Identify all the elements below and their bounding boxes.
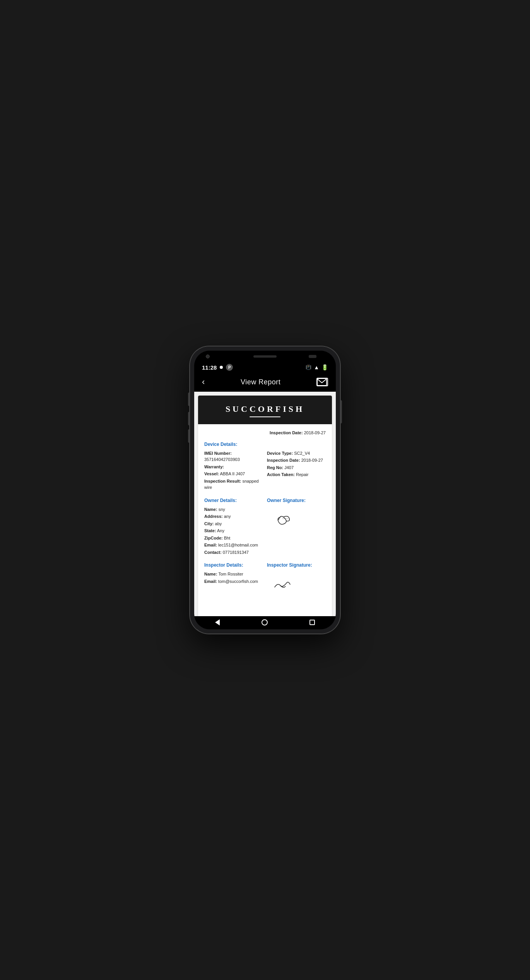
inspector-signature-area — [267, 571, 326, 598]
imei-row: IMEI Number: 357164042703903 — [204, 450, 263, 463]
inspector-section-row: Inspector Details: Name: Tom Rossiter Em… — [204, 562, 326, 598]
owner-section-row: Owner Details: Name: sny Address: any Ci… — [204, 497, 326, 557]
battery-icon: 🔋 — [321, 364, 328, 370]
inspector-signature — [267, 575, 298, 594]
inspection-date2-row: Inspection Date: 2018-09-27 — [267, 457, 326, 464]
device-details-title: Device Details: — [204, 441, 326, 448]
home-circle-icon — [262, 619, 268, 625]
inspector-details-block: Inspector Details: Name: Tom Rossiter Em… — [204, 562, 263, 598]
action-taken-row: Action Taken: Repair — [267, 471, 326, 478]
inspector-email-row: Email: tom@succorfish.com — [204, 578, 263, 585]
inspector-name-row: Name: Tom Rossiter — [204, 571, 263, 577]
status-left: 11:28 P — [202, 364, 233, 371]
status-dot — [220, 366, 223, 369]
vibrate-icon: 📳 — [306, 365, 311, 370]
report-body: Inspection Date: 2018-09-27 Device Detai… — [198, 424, 332, 616]
recents-square-icon — [309, 620, 315, 625]
report-header-banner: SUCCORFISH — [198, 396, 332, 424]
camera — [206, 355, 210, 358]
mail-button[interactable] — [316, 378, 328, 386]
android-nav-bar — [194, 616, 336, 629]
owner-address-row: Address: any — [204, 513, 263, 520]
back-triangle-icon — [215, 619, 220, 625]
inspector-details-title: Inspector Details: — [204, 562, 263, 569]
owner-name-row: Name: sny — [204, 506, 263, 513]
report-card: SUCCORFISH Inspection Date: 2018-09-27 D… — [198, 396, 332, 616]
inspection-date-row: Inspection Date: 2018-09-27 — [204, 430, 326, 436]
owner-zipcode-row: ZipCode: Bht — [204, 535, 263, 541]
navigation-bar: ‹ View Report — [194, 373, 336, 392]
owner-signature — [267, 510, 298, 529]
notch-area — [194, 351, 336, 362]
reg-no-row: Reg No: J407 — [267, 464, 326, 471]
inspection-date-label: Inspection Date: — [270, 430, 303, 435]
owner-details-title: Owner Details: — [204, 497, 263, 504]
android-recents-button[interactable] — [309, 620, 315, 625]
status-bar: 11:28 P 📳 ▲ 🔋 — [194, 362, 336, 373]
device-details-right: Device Type: SC2_V4 Inspection Date: 201… — [267, 450, 326, 492]
inspector-signature-title: Inspector Signature: — [267, 562, 326, 569]
owner-state-row: State: Any — [204, 528, 263, 534]
device-details-left: IMEI Number: 357164042703903 Warranty: V… — [204, 450, 263, 492]
warranty-row: Warranty: — [204, 464, 263, 470]
back-button[interactable]: ‹ — [202, 377, 205, 387]
brand-underline — [250, 416, 280, 417]
page-title: View Report — [241, 378, 280, 386]
inspection-date-value: 2018-09-27 — [304, 430, 326, 435]
status-time: 11:28 — [202, 364, 217, 371]
owner-signature-title: Owner Signature: — [267, 497, 326, 504]
face-id — [309, 355, 316, 358]
owner-signature-block: Owner Signature: — [267, 497, 326, 557]
android-back-button[interactable] — [215, 619, 220, 625]
speaker — [253, 355, 277, 358]
inspector-signature-block: Inspector Signature: — [267, 562, 326, 598]
owner-city-row: City: aby — [204, 521, 263, 527]
phone-screen: 11:28 P 📳 ▲ 🔋 ‹ View Report — [194, 351, 336, 629]
phone-device: 11:28 P 📳 ▲ 🔋 ‹ View Report — [190, 346, 340, 634]
brand-name: SUCCORFISH — [206, 404, 324, 414]
screen-content[interactable]: SUCCORFISH Inspection Date: 2018-09-27 D… — [194, 392, 336, 616]
owner-contact-row: Contact: 07718191347 — [204, 549, 263, 556]
status-right: 📳 ▲ 🔋 — [306, 364, 328, 370]
spacer — [204, 603, 326, 616]
inspection-result-row: Inspection Result: snapped wire — [204, 478, 263, 491]
owner-signature-area — [267, 506, 326, 533]
wifi-icon: ▲ — [314, 364, 319, 370]
status-p-icon: P — [226, 364, 233, 371]
vessel-row: Vessel: ABBA II J407 — [204, 471, 263, 477]
owner-email-row: Email: lec151@hotmail.com — [204, 542, 263, 548]
android-home-button[interactable] — [262, 619, 268, 625]
device-details-grid: IMEI Number: 357164042703903 Warranty: V… — [204, 450, 326, 492]
owner-details-block: Owner Details: Name: sny Address: any Ci… — [204, 497, 263, 557]
device-type-row: Device Type: SC2_V4 — [267, 450, 326, 457]
